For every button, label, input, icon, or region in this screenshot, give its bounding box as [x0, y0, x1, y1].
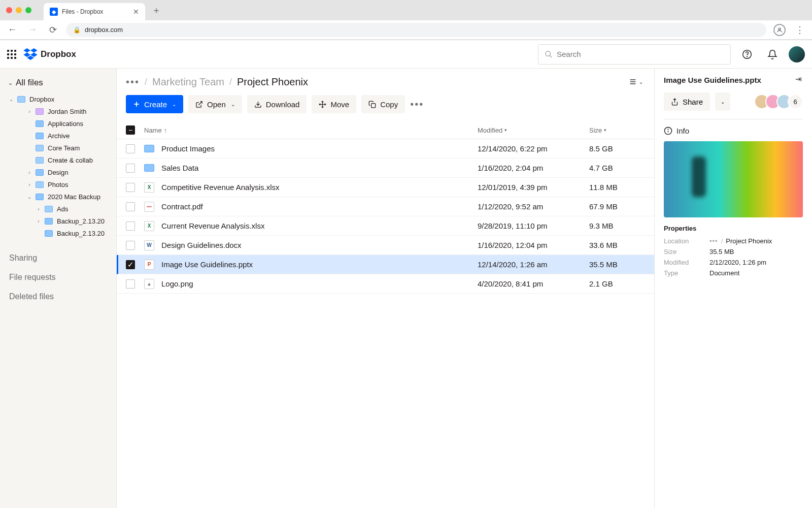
file-modified: 1/16/2020, 12:04 pm [478, 241, 548, 249]
row-checkbox[interactable] [126, 202, 135, 211]
file-size: 9.3 MB [589, 221, 614, 230]
chevron-down-icon: ⌄ [172, 102, 176, 107]
dropbox-folder-icon [17, 96, 25, 103]
tree-item[interactable]: ›Design [0, 166, 116, 178]
open-button[interactable]: Open ⌄ [188, 95, 242, 113]
caret-down-icon: ▾ [604, 128, 606, 133]
file-modified: 12/14/2020, 1:26 am [478, 260, 548, 269]
notifications-button[interactable] [763, 45, 782, 64]
breadcrumb-parent[interactable]: Marketing Team [152, 76, 224, 88]
back-button[interactable]: ← [5, 23, 19, 37]
tree-item[interactable]: Applications [0, 117, 116, 130]
close-window-icon[interactable] [6, 7, 12, 13]
tree-item[interactable]: Backup_2.13.20 [0, 227, 116, 239]
browser-tab[interactable]: ◆ Files - Dropbox ✕ [44, 3, 145, 20]
tree-label: Photos [48, 181, 68, 188]
prop-modified-value: 2/12/2020, 1:26 pm [709, 259, 766, 266]
tree-item[interactable]: ⌄2020 Mac Backup [0, 190, 116, 203]
tree-item[interactable]: ›Backup_2.13.20 [0, 215, 116, 227]
tree-item[interactable]: Create & collab [0, 154, 116, 166]
download-button[interactable]: Download [247, 95, 307, 113]
column-size[interactable]: Size▾ [589, 126, 645, 134]
prop-type-label: Type [664, 269, 709, 277]
breadcrumb-separator: / [229, 77, 232, 87]
tree-label: Core Team [48, 144, 80, 152]
maximize-window-icon[interactable] [25, 7, 31, 13]
dropbox-icon [23, 48, 38, 60]
tree-item[interactable]: ›Ads [0, 203, 116, 215]
new-tab-button[interactable]: ＋ [149, 3, 163, 17]
breadcrumb-more-icon[interactable]: ••• [709, 237, 718, 245]
xlsx-icon: X [144, 182, 154, 193]
folder-icon [36, 169, 44, 176]
sidebar-title: All files [16, 78, 43, 88]
prop-location-value[interactable]: Project Phoenix [726, 237, 772, 245]
close-tab-icon[interactable]: ✕ [133, 8, 139, 16]
folder-icon [36, 108, 44, 115]
browser-profile-button[interactable] [772, 23, 787, 37]
file-row[interactable]: XCurrent Revenue Analysis.xlsx9/28/2019,… [117, 216, 654, 236]
file-row[interactable]: XCompetitive Revenue Analysis.xlsx12/01/… [117, 178, 654, 197]
tree-item[interactable]: ›Photos [0, 178, 116, 190]
file-modified: 1/16/2020, 2:04 pm [478, 164, 543, 172]
file-name: Logo.png [161, 279, 193, 288]
file-name: Image Use Guidelines.pptx [161, 260, 253, 269]
reload-button[interactable]: ⟳ [46, 23, 60, 37]
view-toggle[interactable]: ⌄ [627, 76, 645, 88]
copy-button[interactable]: Copy [361, 95, 405, 113]
address-bar[interactable]: 🔒 dropbox.com [66, 23, 766, 37]
app-launcher-icon[interactable] [7, 50, 16, 59]
search-box[interactable] [538, 44, 731, 65]
tree-item[interactable]: Core Team [0, 142, 116, 154]
copy-label: Copy [380, 100, 398, 109]
sidebar-link[interactable]: Deleted files [0, 287, 116, 306]
tree-root[interactable]: ⌄Dropbox [0, 93, 116, 105]
search-input[interactable] [557, 50, 724, 58]
share-button[interactable]: Share [664, 92, 710, 111]
row-checkbox[interactable] [126, 144, 135, 153]
dropbox-logo[interactable]: Dropbox [23, 48, 76, 60]
select-all-checkbox[interactable]: − [126, 125, 135, 135]
chevron-down-icon: ⌄ [231, 102, 235, 107]
row-checkbox[interactable] [126, 279, 135, 289]
forward-button[interactable]: → [25, 23, 40, 37]
help-button[interactable] [738, 45, 756, 64]
file-row[interactable]: ⁓Contract.pdf1/12/2020, 9:52 am67.9 MB [117, 197, 654, 216]
file-row[interactable]: WDesign Guidelines.docx1/16/2020, 12:04 … [117, 236, 654, 255]
file-row[interactable]: Sales Data1/16/2020, 2:04 pm4.7 GB [117, 158, 654, 178]
column-modified[interactable]: Modified▾ [478, 126, 589, 134]
tree-label: 2020 Mac Backup [48, 193, 100, 201]
svg-rect-13 [371, 103, 376, 107]
sidebar-all-files[interactable]: ⌄ All files [0, 73, 116, 93]
move-button[interactable]: Move [312, 95, 356, 113]
row-checkbox[interactable] [126, 183, 135, 192]
file-preview[interactable] [664, 141, 803, 217]
expand-icon [794, 76, 803, 83]
folder-icon [45, 206, 53, 212]
browser-menu-button[interactable]: ⋮ [793, 23, 807, 37]
create-button[interactable]: Create ⌄ [126, 95, 183, 113]
pdf-icon: ⁓ [144, 202, 154, 212]
expand-panel-button[interactable] [794, 76, 803, 84]
column-name[interactable]: Name↑ [144, 126, 478, 134]
more-actions-button[interactable]: ••• [410, 99, 424, 110]
share-options-button[interactable]: ⌄ [715, 92, 730, 111]
user-avatar[interactable] [789, 46, 805, 62]
sidebar-link[interactable]: Sharing [0, 248, 116, 268]
tree-item[interactable]: Archive [0, 130, 116, 142]
row-checkbox[interactable] [126, 221, 135, 231]
file-row[interactable]: Product Images12/14/2020, 6:22 pm8.5 GB [117, 139, 654, 158]
tree-item[interactable]: ›Jordan Smith [0, 105, 116, 117]
file-row[interactable]: ✓PImage Use Guidelines.pptx12/14/2020, 1… [117, 255, 654, 274]
row-checkbox[interactable]: ✓ [126, 260, 135, 269]
file-row[interactable]: ▲Logo.png4/20/2020, 8:41 pm2.1 GB [117, 274, 654, 294]
prop-modified-label: Modified [664, 259, 709, 266]
row-checkbox[interactable] [126, 164, 135, 173]
shared-avatars[interactable]: 6 [758, 94, 803, 109]
breadcrumb-more-button[interactable]: ••• [126, 76, 140, 88]
row-checkbox[interactable] [126, 241, 135, 250]
chevron-icon: › [25, 182, 33, 187]
folder-icon [144, 164, 154, 172]
sidebar-link[interactable]: File requests [0, 268, 116, 287]
minimize-window-icon[interactable] [16, 7, 22, 13]
